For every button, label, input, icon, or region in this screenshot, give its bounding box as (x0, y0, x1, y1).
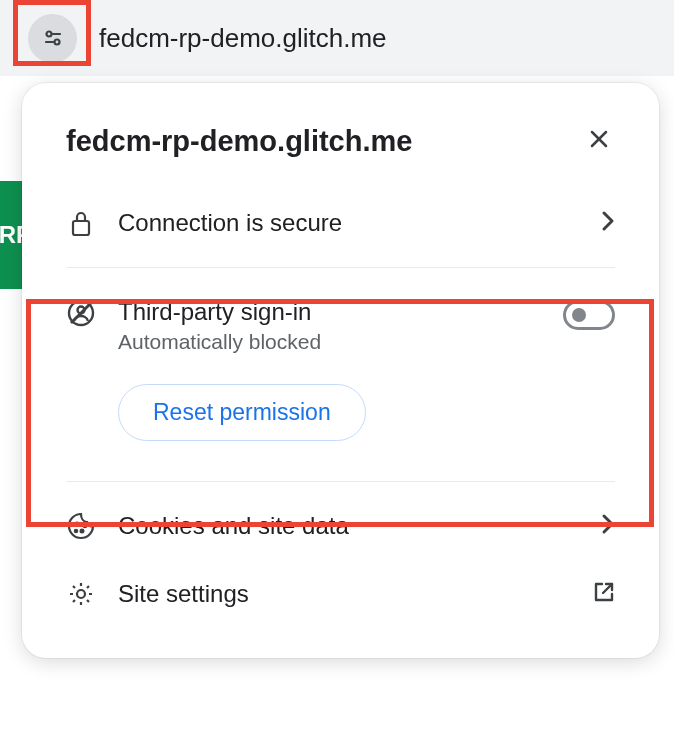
divider (66, 481, 615, 482)
gear-icon (66, 580, 96, 608)
svg-point-13 (84, 525, 86, 527)
signin-title: Third-party sign-in (118, 298, 563, 326)
svg-point-14 (77, 590, 85, 598)
svg-line-15 (603, 584, 612, 593)
connection-label: Connection is secure (118, 209, 601, 237)
site-info-popup: fedcm-rp-demo.glitch.me Connection is se… (22, 83, 659, 658)
svg-rect-6 (73, 221, 89, 235)
toggle-knob (572, 308, 586, 322)
close-icon (587, 127, 611, 151)
divider (66, 267, 615, 268)
svg-point-3 (54, 40, 59, 45)
third-party-signin-section: Third-party sign-in Automatically blocke… (22, 278, 659, 471)
svg-point-11 (81, 530, 84, 533)
site-info-button[interactable] (28, 14, 77, 63)
connection-row[interactable]: Connection is secure (22, 189, 659, 257)
chevron-right-icon (601, 210, 615, 236)
cookies-label: Cookies and site data (118, 512, 601, 540)
cookies-row[interactable]: Cookies and site data (22, 492, 659, 560)
address-url[interactable]: fedcm-rp-demo.glitch.me (99, 23, 387, 54)
chevron-right-icon (601, 513, 615, 539)
site-settings-row[interactable]: Site settings (22, 560, 659, 628)
popup-header: fedcm-rp-demo.glitch.me (22, 123, 659, 189)
svg-point-0 (46, 32, 51, 37)
popup-title: fedcm-rp-demo.glitch.me (66, 125, 412, 158)
signin-toggle[interactable] (563, 300, 615, 330)
tune-icon (41, 26, 65, 50)
lock-icon (66, 209, 96, 237)
blocked-signin-icon (66, 298, 96, 328)
external-link-icon (593, 581, 615, 607)
cookie-icon (66, 512, 96, 540)
close-button[interactable] (583, 123, 615, 159)
svg-point-12 (75, 530, 77, 532)
address-bar: fedcm-rp-demo.glitch.me (0, 0, 674, 76)
reset-permission-button[interactable]: Reset permission (118, 384, 366, 441)
signin-subtitle: Automatically blocked (118, 330, 563, 354)
svg-point-10 (76, 523, 79, 526)
site-settings-label: Site settings (118, 580, 593, 608)
